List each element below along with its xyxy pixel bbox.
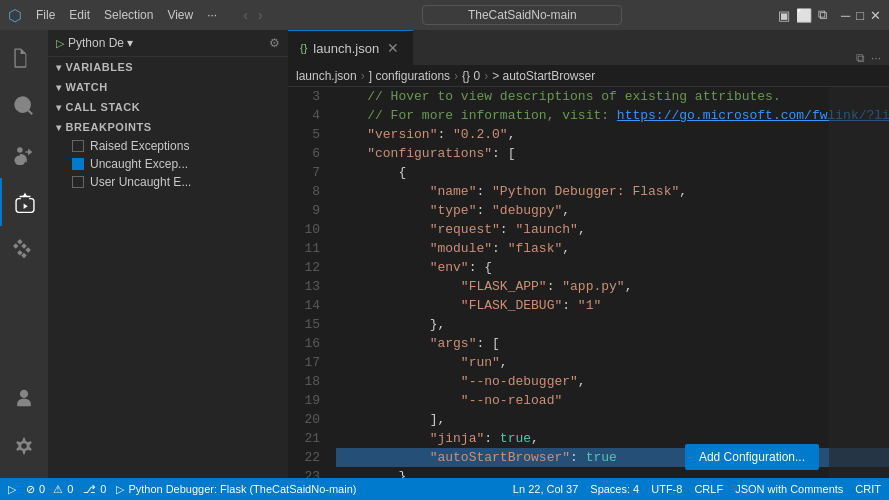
status-ln-col[interactable]: Ln 22, Col 37 [513, 483, 578, 495]
activity-search[interactable] [0, 82, 48, 130]
activity-source-control[interactable] [0, 130, 48, 178]
line-number: 7 [288, 163, 320, 182]
breakpoint-raised: Raised Exceptions [64, 137, 288, 155]
code-line: "version": "0.2.0", [336, 125, 889, 144]
activity-settings[interactable] [0, 422, 48, 470]
raised-exceptions-checkbox[interactable] [72, 140, 84, 152]
breadcrumb-part3[interactable]: > autoStartBrowser [492, 69, 595, 83]
code-line: }, [336, 315, 889, 334]
nav-arrows: ‹ › [239, 5, 266, 25]
status-crit[interactable]: CRIT [855, 483, 881, 495]
uncaught-exceptions-label: Uncaught Excep... [90, 157, 188, 171]
sidebar: ▷ Python De ▾ ⚙ ▾ VARIABLES ▾ WATCH ▾ CA… [48, 30, 288, 478]
activity-extensions[interactable] [0, 226, 48, 274]
line-number: 10 [288, 220, 320, 239]
code-line: "run", [336, 353, 889, 372]
watch-section-header[interactable]: ▾ WATCH [48, 77, 288, 97]
debug-settings-icon[interactable]: ⚙ [269, 36, 280, 50]
menu-file[interactable]: File [30, 6, 61, 24]
variables-chevron: ▾ [56, 62, 62, 73]
line-number: 12 [288, 258, 320, 277]
layout-icon2[interactable]: ⬜ [796, 8, 812, 23]
activity-run-debug[interactable] [0, 178, 48, 226]
menu-edit[interactable]: Edit [63, 6, 96, 24]
code-line: "args": [ [336, 334, 889, 353]
breadcrumb-part1[interactable]: ] configurations [369, 69, 450, 83]
status-language[interactable]: JSON with Comments [735, 483, 843, 495]
titlebar-center: TheCatSaidNo-main [267, 5, 778, 25]
call-stack-chevron: ▾ [56, 102, 62, 113]
layout-icon3[interactable]: ⧉ [818, 7, 827, 23]
code-line: "name": "Python Debugger: Flask", [336, 182, 889, 201]
search-bar[interactable]: TheCatSaidNo-main [422, 5, 622, 25]
encoding-text: UTF-8 [651, 483, 682, 495]
warning-count: 0 [67, 483, 73, 495]
layout-icon[interactable]: ▣ [778, 8, 790, 23]
split-editor-icon[interactable]: ⧉ [856, 51, 865, 65]
more-actions-icon[interactable]: ··· [871, 51, 881, 65]
breakpoints-section-header[interactable]: ▾ BREAKPOINTS [48, 117, 288, 137]
debug-play-icon: ▷ [56, 37, 64, 50]
status-git[interactable]: ⎇ 0 [83, 483, 106, 496]
code-line: { [336, 163, 889, 182]
line-number: 17 [288, 353, 320, 372]
spaces-text: Spaces: 4 [590, 483, 639, 495]
close-btn[interactable]: ✕ [870, 8, 881, 23]
line-number: 16 [288, 334, 320, 353]
code-editor[interactable]: 345678910111213141516171819202122232425 … [288, 87, 889, 478]
code-line: "request": "launch", [336, 220, 889, 239]
status-spaces[interactable]: Spaces: 4 [590, 483, 639, 495]
language-text: JSON with Comments [735, 483, 843, 495]
activity-explorer[interactable] [0, 34, 48, 82]
add-configuration-button[interactable]: Add Configuration... [685, 444, 819, 470]
line-number: 20 [288, 410, 320, 429]
status-encoding[interactable]: UTF-8 [651, 483, 682, 495]
vscode-icon: ⬡ [8, 6, 22, 25]
code-content[interactable]: // Hover to view descriptions of existin… [328, 87, 889, 478]
line-number: 23 [288, 467, 320, 478]
call-stack-section-header[interactable]: ▾ CALL STACK [48, 97, 288, 117]
code-line: "env": { [336, 258, 889, 277]
breadcrumb-sep1: › [361, 69, 365, 83]
activity-bottom [0, 374, 48, 478]
tab-launch-json[interactable]: {} launch.json ✕ [288, 30, 413, 65]
user-uncaught-checkbox[interactable] [72, 176, 84, 188]
status-errors[interactable]: ⊘ 0 ⚠ 0 [26, 483, 73, 496]
code-line: // Hover to view descriptions of existin… [336, 87, 889, 106]
breakpoint-user-uncaught: User Uncaught E... [64, 173, 288, 191]
status-line-ending[interactable]: CRLF [694, 483, 723, 495]
code-line: ], [336, 410, 889, 429]
tab-close-btn[interactable]: ✕ [385, 40, 401, 56]
nav-back[interactable]: ‹ [239, 5, 252, 25]
status-debug-icon: ▷ [8, 483, 16, 496]
error-count: 0 [39, 483, 45, 495]
minimize-btn[interactable]: ─ [841, 8, 850, 23]
breakpoints-chevron: ▾ [56, 122, 62, 133]
menu-view[interactable]: View [161, 6, 199, 24]
debug-config-name[interactable]: Python De ▾ [68, 36, 133, 50]
editor-area: {} launch.json ✕ ⧉ ··· launch.json › ] c… [288, 30, 889, 478]
code-line: "type": "debugpy", [336, 201, 889, 220]
activity-bar [0, 30, 48, 478]
line-number: 9 [288, 201, 320, 220]
status-debug-btn[interactable]: ▷ [8, 483, 16, 496]
menu-more[interactable]: ··· [201, 6, 223, 24]
nav-forward[interactable]: › [254, 5, 267, 25]
tab-actions: ⧉ ··· [848, 51, 889, 65]
breakpoints-label: BREAKPOINTS [66, 121, 152, 133]
maximize-btn[interactable]: □ [856, 8, 864, 23]
line-number: 13 [288, 277, 320, 296]
uncaught-exceptions-checkbox[interactable] [72, 158, 84, 170]
debug-icon-small: ▷ [116, 483, 124, 496]
breadcrumb-part2[interactable]: {} 0 [462, 69, 480, 83]
minimap [829, 87, 889, 478]
breakpoints-content: Raised Exceptions Uncaught Excep... User… [48, 137, 288, 191]
activity-account[interactable] [0, 374, 48, 422]
menu-selection[interactable]: Selection [98, 6, 159, 24]
status-debug-name[interactable]: ▷ Python Debugger: Flask (TheCatSaidNo-m… [116, 483, 356, 496]
main-container: ▷ Python De ▾ ⚙ ▾ VARIABLES ▾ WATCH ▾ CA… [0, 30, 889, 478]
code-line: "FLASK_DEBUG": "1" [336, 296, 889, 315]
variables-section-header[interactable]: ▾ VARIABLES [48, 57, 288, 77]
breadcrumb-file[interactable]: launch.json [296, 69, 357, 83]
call-stack-label: CALL STACK [66, 101, 141, 113]
